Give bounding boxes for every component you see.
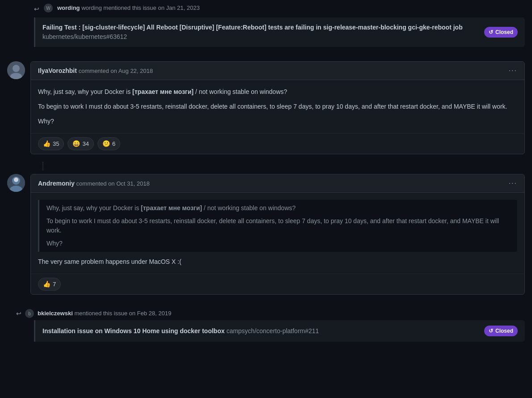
top-issue-ref: kubernetes/kubernetes#63612: [42, 33, 127, 40]
avatar-ilya: [7, 61, 25, 79]
laugh-emoji: 😄: [72, 139, 80, 148]
comment-content-1: Why, just say, why your Docker is [траха…: [31, 80, 524, 133]
comment-block-1: IlyaVorozhbit commented on Aug 22, 2018 …: [7, 58, 525, 161]
comment-header-1: IlyaVorozhbit commented on Aug 22, 2018 …: [31, 62, 524, 80]
comment-blockquote-2: Why, just say, why your Docker is [траха…: [38, 200, 517, 252]
bottom-avatar-label: b: [28, 310, 31, 317]
top-mention-row: ↩ W wording wording mentioned this issue…: [7, 0, 525, 17]
reactions-bar-1: 👍 35 😄 34 😕 6: [31, 133, 524, 154]
reaction-thumbsup-2[interactable]: 👍 7: [38, 278, 61, 291]
comment-header-2: Andremoniy commented on Oct 31, 2018 ···: [31, 174, 524, 193]
cross-reference-icon-bottom: ↩: [16, 309, 21, 318]
bottom-issue-title: Installation issue on Windows 10 Home us…: [42, 326, 479, 336]
top-issue-link-box: Failing Test : [sig-cluster-lifecycle] A…: [34, 17, 525, 47]
comment-content-2: Why, just say, why your Docker is [траха…: [31, 193, 524, 274]
comment-body-2: Andremoniy commented on Oct 31, 2018 ···…: [30, 174, 525, 295]
comment-meta-2: Andremoniy commented on Oct 31, 2018: [38, 179, 150, 188]
more-options-button-1[interactable]: ···: [509, 65, 517, 76]
reactions-bar-2: 👍 7: [31, 274, 524, 294]
cross-reference-icon: ↩: [34, 4, 39, 14]
bottom-closed-badge: ↺ Closed: [484, 326, 518, 336]
mention-avatar-small: W: [44, 4, 53, 13]
comment-paragraph-1-3: Why?: [38, 117, 517, 126]
mention-text: wording wording mentioned this issue on …: [57, 4, 200, 13]
blockquote-p3: Why?: [46, 239, 510, 248]
reaction-count-thumbsup-2: 7: [53, 280, 56, 289]
bottom-mention-avatar: b: [25, 309, 34, 318]
comment-body-1: IlyaVorozhbit commented on Aug 22, 2018 …: [30, 61, 525, 154]
reaction-laugh-1[interactable]: 😄 34: [68, 137, 93, 150]
avatar-label: W: [46, 5, 50, 12]
top-closed-badge: ↺ Closed: [484, 27, 518, 38]
bottom-mention-text: bkielczewski mentioned this issue on Feb…: [38, 309, 171, 318]
blockquote-p1: Why, just say, why your Docker is [траха…: [46, 203, 510, 213]
svg-point-1: [13, 65, 20, 72]
bottom-closed-icon: ↺: [489, 327, 493, 335]
comment-block-2: Andremoniy commented on Oct 31, 2018 ···…: [7, 170, 525, 302]
closed-icon: ↺: [489, 28, 493, 36]
reaction-count-confused-1: 6: [112, 140, 115, 148]
commenter-name-2[interactable]: Andremoniy: [38, 180, 75, 187]
comment-date-2: commented on Oct 31, 2018: [76, 180, 150, 187]
thumbsup-emoji: 👍: [43, 139, 51, 148]
top-issue-title: Failing Test : [sig-cluster-lifecycle] A…: [42, 23, 479, 42]
bottom-mention-author-link[interactable]: bkielczewski: [38, 310, 73, 317]
comment-meta-1: IlyaVorozhbit commented on Aug 22, 2018: [38, 66, 153, 76]
bottom-mention-row: ↩ b bkielczewski mentioned this issue on…: [7, 305, 525, 320]
comment-date-1: commented on Aug 22, 2018: [79, 68, 153, 74]
comment-response-2: The very same problem happens under MacO…: [38, 257, 517, 267]
mention-author-link[interactable]: wording: [57, 4, 80, 11]
connector-line-1: [42, 161, 43, 170]
confused-emoji: 😕: [102, 139, 110, 148]
reaction-count-laugh-1: 34: [82, 140, 89, 148]
bottom-issue-ref: campsych/concerto-platform#211: [226, 327, 319, 334]
blockquote-p2: To begin to work I must do about 3-5 res…: [46, 216, 510, 235]
commenter-name-1[interactable]: IlyaVorozhbit: [38, 67, 77, 74]
comment-paragraph-1-2: To begin to work I must do about 3-5 res…: [38, 102, 517, 111]
bottom-issue-link-box: Installation issue on Windows 10 Home us…: [34, 320, 525, 342]
comment-paragraph-1-1: Why, just say, why your Docker is [траха…: [38, 87, 517, 97]
reaction-confused-1[interactable]: 😕 6: [97, 137, 120, 150]
svg-point-6: [14, 178, 18, 182]
thumbsup-emoji-2: 👍: [43, 279, 51, 289]
reaction-count-thumbsup-1: 35: [53, 140, 59, 148]
reaction-thumbsup-1[interactable]: 👍 35: [38, 137, 64, 150]
avatar-andremoniy: [7, 174, 25, 192]
more-options-button-2[interactable]: ···: [509, 178, 517, 189]
